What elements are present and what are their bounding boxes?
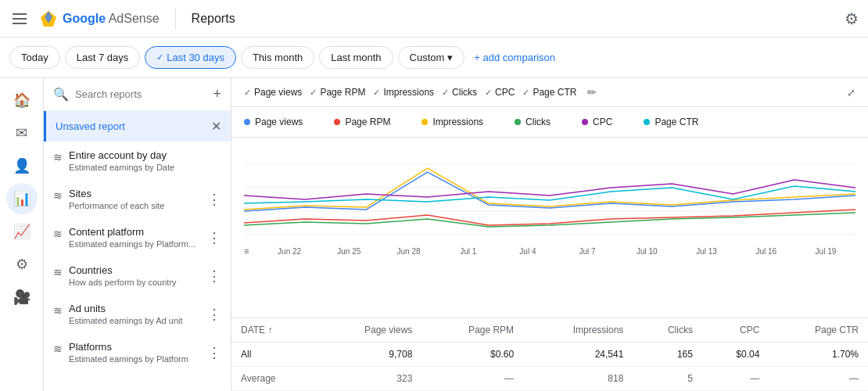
- nav-icon-home[interactable]: 🏠: [6, 84, 38, 116]
- legend-label-pagerpm: Page RPM: [345, 117, 390, 127]
- legend-dot-impressions: [421, 119, 428, 125]
- nav-item-sub-5: Estimated earnings by Platform: [69, 354, 201, 364]
- nav-item-title-3: Countries: [69, 264, 201, 276]
- legend-pagectr[interactable]: Page CTR: [644, 117, 698, 127]
- nav-item-content-platform[interactable]: ≋ Content platform Estimated earnings by…: [44, 218, 231, 256]
- nav-icon-settings[interactable]: ⚙: [6, 249, 38, 280]
- col-cpc[interactable]: CPC: [702, 318, 769, 343]
- cell-pageviews-avg: 323: [316, 367, 421, 391]
- cell-clicks-avg: 5: [633, 367, 702, 391]
- nav-item-more-icon-1[interactable]: ⋮: [207, 191, 221, 208]
- chip-cpc[interactable]: ✓ CPC: [485, 87, 515, 98]
- legend-dot-pagectr: [644, 119, 650, 125]
- add-report-icon[interactable]: +: [213, 86, 221, 102]
- nav-icon-user[interactable]: 👤: [6, 150, 38, 181]
- legend-pagerpm[interactable]: Page RPM: [334, 117, 390, 127]
- axis-label-7: Jul 13: [676, 247, 736, 256]
- col-clicks[interactable]: Clicks: [633, 318, 702, 343]
- expand-icon[interactable]: ⤢: [847, 87, 855, 99]
- col-pageviews[interactable]: Page views: [316, 318, 421, 343]
- legend-pageviews[interactable]: Page views: [244, 117, 303, 127]
- add-comparison-button[interactable]: + add comparison: [474, 52, 555, 63]
- unsaved-report-item[interactable]: Unsaved report ✕: [44, 111, 231, 142]
- side-nav-icons: 🏠 ✉ 👤 📊 📈 ⚙ 🎥: [0, 78, 44, 391]
- filter-lastmonth[interactable]: Last month: [319, 46, 393, 69]
- menu-icon[interactable]: [9, 10, 30, 27]
- col-date[interactable]: DATE ↑: [231, 318, 316, 343]
- nav-item-sub-2: Estimated earnings by Platform...: [69, 239, 201, 249]
- chip-pagectr[interactable]: ✓ Page CTR: [522, 87, 576, 98]
- filter-last30[interactable]: ✓ Last 30 days: [145, 46, 236, 69]
- legend-label-pageviews: Page views: [255, 117, 303, 127]
- axis-label-1: Jun 25: [319, 247, 378, 256]
- search-input[interactable]: [75, 88, 206, 100]
- legend-label-pagectr: Page CTR: [655, 117, 698, 127]
- nav-item-more-icon-3[interactable]: ⋮: [207, 267, 221, 285]
- chip-clicks[interactable]: ✓ Clicks: [442, 87, 477, 98]
- nav-item-platforms[interactable]: ≋ Platforms Estimated earnings by Platfo…: [44, 333, 231, 371]
- nav-icon-chart[interactable]: 📊: [6, 183, 38, 214]
- edit-metrics-icon[interactable]: ✏: [587, 86, 597, 99]
- close-report-icon[interactable]: ✕: [211, 119, 221, 134]
- table-row: All 9,708 $0.60 24,541 165 $0.04 1.70%: [231, 343, 868, 367]
- axis-label-3: Jul 1: [439, 247, 498, 256]
- settings-icon[interactable]: ⚙: [845, 9, 859, 28]
- nav-icon-mail[interactable]: ✉: [6, 117, 38, 149]
- axis-label-5: Jul 7: [558, 247, 617, 256]
- cell-date-avg: Average: [231, 367, 316, 391]
- content-area: 🏠 ✉ 👤 📊 📈 ⚙ 🎥 🔍 + Unsaved report ✕: [0, 78, 868, 391]
- filter-today[interactable]: Today: [9, 46, 60, 69]
- chip-pagerpm[interactable]: ✓ Page RPM: [310, 87, 365, 98]
- nav-icon-video[interactable]: 🎥: [6, 282, 38, 313]
- top-header: Google AdSense Reports ⚙: [0, 0, 868, 38]
- chip-label: Page CTR: [533, 87, 576, 98]
- chip-label: Clicks: [452, 87, 477, 98]
- x-axis: ≡ Jun 22 Jun 25 Jun 28 Jul 1 Jul 4 Jul 7…: [244, 245, 855, 257]
- nav-item-entire-account[interactable]: ≋ Entire account by day Estimated earnin…: [44, 142, 231, 180]
- legend-dot-pageviews: [244, 119, 250, 125]
- nav-item-title-4: Ad units: [69, 303, 201, 314]
- chip-impressions[interactable]: ✓ Impressions: [373, 87, 434, 98]
- nav-item-icon-0: ≋: [53, 151, 63, 163]
- legend-cpc[interactable]: CPC: [582, 117, 612, 127]
- cell-pagerpm-all: $0.60: [421, 343, 523, 367]
- legend-row: Page views Page RPM Impressions Clicks C…: [231, 107, 868, 138]
- nav-item-sub-0: Estimated earnings by Date: [69, 163, 221, 172]
- col-pagectr[interactable]: Page CTR: [769, 318, 868, 343]
- chip-pageviews[interactable]: ✓ Page views: [244, 87, 302, 98]
- nav-item-countries[interactable]: ≋ Countries How ads perform by country ⋮: [44, 256, 231, 295]
- filter-thismonth[interactable]: This month: [241, 46, 314, 69]
- legend-dot-clicks: [515, 119, 521, 125]
- legend-clicks[interactable]: Clicks: [515, 117, 551, 127]
- filter-custom[interactable]: Custom ▾: [398, 46, 465, 69]
- cell-pagectr-avg: —: [769, 367, 868, 391]
- legend-label-clicks: Clicks: [525, 117, 551, 127]
- nav-item-more-icon-4[interactable]: ⋮: [207, 306, 221, 323]
- chip-check-icon: ✓: [522, 88, 529, 98]
- nav-item-more-icon-5[interactable]: ⋮: [207, 344, 221, 361]
- col-pagerpm[interactable]: Page RPM: [421, 318, 523, 343]
- axis-filter-icon[interactable]: ≡: [244, 246, 260, 256]
- legend-impressions[interactable]: Impressions: [421, 117, 483, 127]
- nav-item-title-0: Entire account by day: [69, 149, 221, 161]
- legend-dot-pagerpm: [334, 119, 340, 125]
- chart-container: ≡ Jun 22 Jun 25 Jun 28 Jul 1 Jul 4 Jul 7…: [231, 138, 868, 317]
- cell-date-all: All: [231, 343, 316, 367]
- nav-item-more-icon-2[interactable]: ⋮: [207, 229, 221, 246]
- nav-item-icon-2: ≋: [53, 228, 63, 240]
- col-impressions[interactable]: Impressions: [523, 318, 633, 343]
- axis-label-2: Jun 28: [378, 247, 438, 256]
- nav-item-sites[interactable]: ≋ Sites Performance of each site ⋮: [44, 180, 231, 218]
- nav-item-ad-units[interactable]: ≋ Ad units Estimated earnings by Ad unit…: [44, 295, 231, 333]
- nav-icon-trending[interactable]: 📈: [6, 216, 38, 247]
- nav-item-title-1: Sites: [69, 188, 201, 199]
- nav-item-title-5: Platforms: [69, 341, 201, 353]
- nav-item-sub-3: How ads perform by country: [69, 278, 201, 287]
- axis-label-4: Jul 4: [498, 247, 558, 256]
- nav-item-icon-4: ≋: [53, 304, 63, 317]
- nav-item-icon-1: ≋: [53, 189, 63, 202]
- left-sidebar: 🔍 + Unsaved report ✕ ≋ Entire account by…: [44, 78, 231, 391]
- filter-last7[interactable]: Last 7 days: [65, 46, 141, 69]
- axis-label-9: Jul 19: [796, 247, 855, 256]
- legend-dot-cpc: [582, 119, 588, 125]
